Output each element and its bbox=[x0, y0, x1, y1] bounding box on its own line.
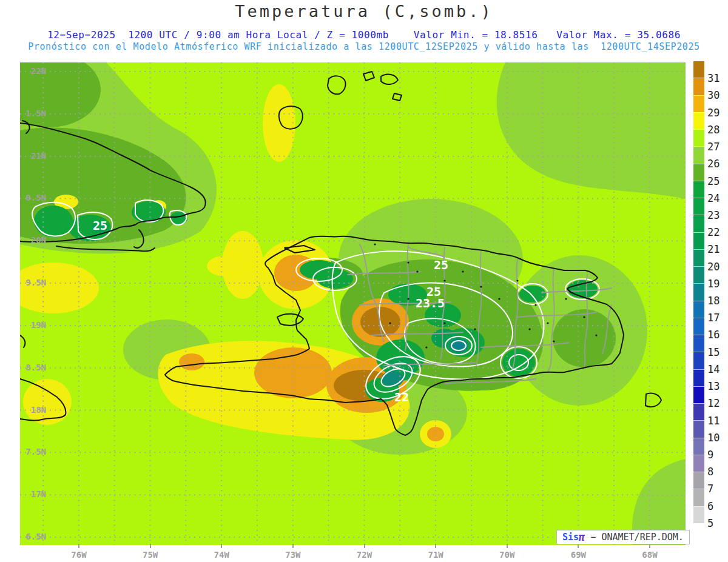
lon-tick-label: 75W bbox=[136, 550, 165, 560]
colorbar-segment bbox=[693, 420, 704, 437]
lon-tick-mark bbox=[649, 544, 650, 548]
lon-tick-label: 76W bbox=[64, 550, 93, 560]
colorbar-tick-label: 13 bbox=[707, 380, 728, 392]
lat-tick-label: 6.5N bbox=[0, 532, 46, 543]
colorbar-segment bbox=[693, 112, 704, 129]
colorbar-tick-label: 6 bbox=[707, 500, 728, 512]
colorbar-segment bbox=[693, 318, 704, 335]
colorbar-tick-label: 22 bbox=[707, 226, 728, 238]
colorbar-tick-label: 5 bbox=[707, 517, 728, 529]
colorbar-segment bbox=[693, 472, 704, 489]
colorbar-segment bbox=[693, 352, 704, 369]
colorbar-tick-label: 9 bbox=[707, 449, 728, 460]
lat-tick-label: 18N bbox=[0, 405, 46, 416]
colorbar-tick-label: 25 bbox=[707, 175, 728, 187]
colorbar-tick-label: 27 bbox=[707, 141, 728, 152]
lon-tick-label: 72W bbox=[350, 550, 379, 560]
colorbar-segment bbox=[693, 283, 704, 300]
colorbar-segment bbox=[693, 215, 704, 232]
watermark-separator: − bbox=[585, 532, 601, 543]
temperature-colorbar bbox=[693, 61, 704, 540]
watermark-brand: Sis bbox=[562, 532, 579, 543]
lon-tick-label: 70W bbox=[493, 550, 522, 560]
colorbar-segment bbox=[693, 335, 704, 352]
subtitle-run-info: 12−Sep−2025 1200 UTC / 9:00 am Hora Loca… bbox=[0, 29, 728, 41]
colorbar-tick-label: 21 bbox=[707, 243, 728, 255]
colorbar-segment bbox=[693, 95, 704, 112]
colorbar-segment bbox=[693, 523, 704, 540]
lon-tick-mark bbox=[435, 544, 436, 548]
colorbar-segment bbox=[693, 249, 704, 266]
lat-tick-label: 21N bbox=[0, 151, 46, 162]
colorbar-segment bbox=[693, 455, 704, 472]
lon-tick-mark bbox=[292, 544, 294, 548]
colorbar-tick-label: 11 bbox=[707, 415, 728, 426]
colorbar-segment bbox=[693, 146, 704, 163]
page-title: Temperatura (C,somb.) bbox=[0, 2, 728, 21]
lon-tick-label: 69W bbox=[564, 550, 593, 560]
colorbar-tick-label: 14 bbox=[707, 363, 728, 375]
contour-label: 22 bbox=[394, 390, 409, 404]
colorbar-tick-label: 24 bbox=[707, 192, 728, 204]
watermark-box: Sisπ − ONAMET/REP.DOM. bbox=[556, 530, 690, 544]
lat-tick-label: 20N bbox=[0, 235, 46, 246]
lat-tick-label: 0.5N bbox=[0, 193, 46, 204]
contour-label: 23.5 bbox=[416, 296, 445, 310]
lon-tick-mark bbox=[78, 544, 79, 548]
watermark-org: ONAMET/REP.DOM. bbox=[601, 532, 683, 543]
lat-tick-label: 7.5N bbox=[0, 447, 46, 458]
colorbar-segment bbox=[693, 506, 704, 523]
contour-label: 25 bbox=[93, 218, 107, 233]
colorbar-tick-label: 19 bbox=[707, 278, 728, 289]
colorbar-segment bbox=[693, 129, 704, 146]
colorbar-tick-label: 29 bbox=[707, 107, 728, 118]
colorbar-tick-label: 23 bbox=[707, 209, 728, 221]
colorbar-tick-label: 18 bbox=[707, 295, 728, 306]
lon-tick-label: 74W bbox=[207, 550, 236, 560]
lat-tick-label: 1.5N bbox=[0, 109, 46, 119]
colorbar-tick-label: 30 bbox=[707, 89, 728, 101]
lon-tick-mark bbox=[578, 544, 579, 548]
colorbar-segment bbox=[693, 61, 704, 78]
lon-tick-mark bbox=[150, 544, 151, 548]
contour-label: 25 bbox=[434, 258, 448, 272]
pi-symbol: π bbox=[579, 531, 585, 543]
lon-tick-mark bbox=[364, 544, 365, 548]
colorbar-segment bbox=[693, 369, 704, 386]
colorbar-segment bbox=[693, 403, 704, 420]
temperature-contour-map: 25252523.522 bbox=[20, 62, 686, 545]
colorbar-segment bbox=[693, 386, 704, 403]
colorbar-tick-label: 7 bbox=[707, 483, 728, 494]
lon-tick-label: 73W bbox=[278, 550, 308, 560]
lat-tick-label: 19N bbox=[0, 320, 46, 331]
lat-tick-label: 8.5N bbox=[0, 363, 46, 373]
colorbar-tick-label: 12 bbox=[707, 397, 728, 409]
colorbar-segment bbox=[693, 78, 704, 95]
colorbar-segment bbox=[693, 198, 704, 215]
colorbar-segment bbox=[693, 232, 704, 249]
lat-tick-label: 22N bbox=[0, 66, 46, 77]
subtitle-model-info: Pronóstico con el Modelo Atmósferico WRF… bbox=[0, 41, 728, 52]
colorbar-segment bbox=[693, 489, 704, 506]
lat-tick-label: 17N bbox=[0, 489, 46, 500]
lon-tick-mark bbox=[221, 544, 222, 548]
lon-tick-label: 68W bbox=[635, 550, 664, 560]
colorbar-tick-label: 8 bbox=[707, 466, 728, 477]
lon-tick-mark bbox=[507, 544, 508, 548]
colorbar-tick-label: 16 bbox=[707, 329, 728, 340]
temperature-field bbox=[20, 62, 686, 545]
colorbar-tick-label: 15 bbox=[707, 346, 728, 358]
colorbar-tick-label: 10 bbox=[707, 432, 728, 443]
colorbar-tick-label: 26 bbox=[707, 158, 728, 169]
colorbar-tick-label: 28 bbox=[707, 124, 728, 135]
colorbar-segment bbox=[693, 266, 704, 283]
colorbar-tick-label: 31 bbox=[707, 72, 728, 84]
weather-chart-page: Temperatura (C,somb.) 12−Sep−2025 1200 U… bbox=[0, 0, 728, 562]
colorbar-segment bbox=[693, 301, 704, 318]
colorbar-segment bbox=[693, 438, 704, 455]
lon-tick-label: 71W bbox=[421, 550, 450, 560]
colorbar-segment bbox=[693, 164, 704, 181]
colorbar-segment bbox=[693, 181, 704, 198]
lat-tick-label: 9.5N bbox=[0, 278, 46, 289]
colorbar-tick-label: 17 bbox=[707, 312, 728, 323]
